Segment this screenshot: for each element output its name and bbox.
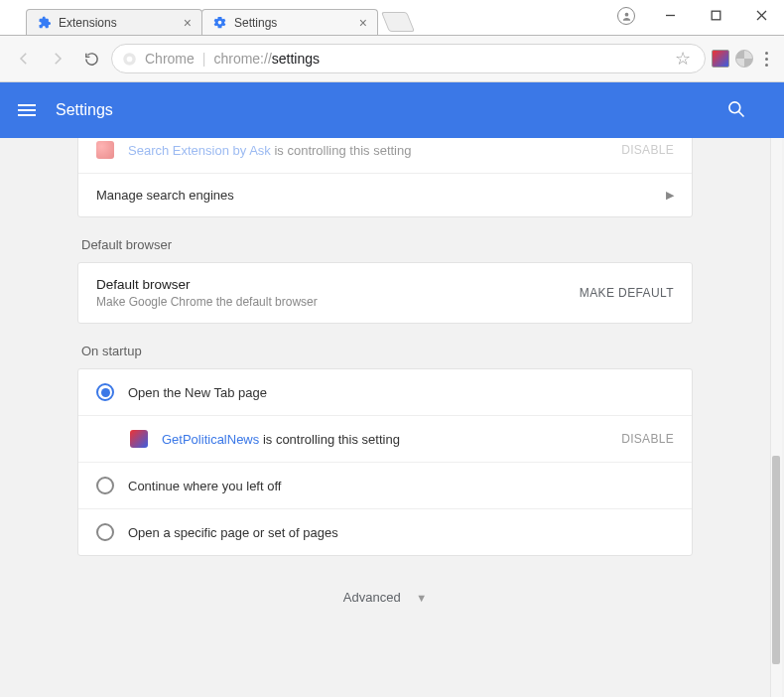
tab-settings[interactable]: Settings ×	[201, 9, 378, 35]
gear-icon	[212, 15, 227, 30]
row-sub: Make Google Chrome the default browser	[96, 295, 318, 309]
default-browser-row: Default browser Make Google Chrome the d…	[78, 263, 692, 323]
option-label: Open a specific page or set of pages	[128, 525, 338, 540]
radio-unselected[interactable]	[96, 477, 114, 494]
section-header-default-browser: Default browser	[81, 237, 693, 252]
back-button[interactable]	[10, 45, 38, 72]
close-tab-button[interactable]: ×	[184, 15, 192, 31]
svg-point-8	[127, 56, 133, 62]
startup-controlling-row: GetPoliticalNews is controlling this set…	[78, 415, 692, 462]
extension-action-disc-icon[interactable]	[735, 50, 753, 68]
chevron-down-icon: ▼	[416, 592, 427, 604]
settings-header: Settings	[0, 82, 784, 138]
default-browser-card: Default browser Make Google Chrome the d…	[77, 262, 693, 324]
disable-extension-button[interactable]: DISABLE	[621, 143, 674, 157]
address-bar[interactable]: Chrome | chrome://settings ☆	[111, 44, 706, 73]
startup-option-specific-pages[interactable]: Open a specific page or set of pages	[78, 508, 692, 555]
startup-option-continue[interactable]: Continue where you left off	[78, 462, 692, 508]
new-tab-button[interactable]	[381, 12, 415, 32]
controlling-suffix: is controlling this setting	[263, 432, 400, 447]
radio-unselected[interactable]	[96, 523, 114, 541]
controlling-suffix: is controlling this setting	[274, 143, 411, 158]
maximize-button[interactable]	[693, 0, 738, 30]
controlling-extension-link[interactable]: GetPoliticalNews	[162, 432, 259, 447]
extension-icon	[130, 430, 148, 448]
minimize-button[interactable]	[647, 0, 693, 30]
radio-selected[interactable]	[96, 383, 114, 401]
disable-extension-button[interactable]: DISABLE	[621, 432, 674, 446]
option-label: Open the New Tab page	[128, 385, 267, 400]
menu-button[interactable]	[18, 104, 36, 116]
close-tab-button[interactable]: ×	[359, 15, 367, 31]
omnibox-scheme-label: Chrome	[145, 51, 195, 67]
tab-label: Settings	[234, 16, 277, 30]
chrome-page-icon	[122, 52, 137, 67]
puzzle-icon	[37, 15, 52, 30]
toolbar: Chrome | chrome://settings ☆	[0, 36, 784, 82]
chrome-menu-button[interactable]	[759, 46, 774, 72]
row-title: Default browser	[96, 277, 318, 292]
reload-button[interactable]	[77, 45, 105, 72]
svg-line-10	[739, 111, 744, 116]
extension-action-icon[interactable]	[712, 50, 729, 68]
manage-search-engines-row[interactable]: Manage search engines ▶	[78, 173, 692, 216]
svg-rect-3	[712, 11, 720, 20]
tab-extensions[interactable]: Extensions ×	[26, 9, 202, 35]
svg-point-6	[624, 12, 628, 16]
bookmark-star-button[interactable]: ☆	[675, 48, 691, 70]
profile-avatar-button[interactable]	[617, 7, 635, 25]
startup-option-new-tab[interactable]: Open the New Tab page	[78, 369, 692, 415]
extension-icon	[96, 141, 114, 159]
row-label: Manage search engines	[96, 188, 234, 203]
search-settings-button[interactable]	[726, 99, 746, 122]
advanced-toggle[interactable]: Advanced ▼	[77, 590, 693, 605]
make-default-button[interactable]: MAKE DEFAULT	[580, 286, 674, 300]
omnibox-prefix: chrome://	[213, 51, 271, 67]
option-label: Continue where you left off	[128, 479, 281, 493]
forward-button[interactable]	[44, 45, 71, 72]
tab-label: Extensions	[59, 16, 117, 30]
window-controls	[647, 0, 784, 30]
scrollbar-thumb[interactable]	[772, 456, 780, 664]
search-engine-card: Search Extension by Ask is controlling t…	[77, 138, 693, 217]
search-controlling-row: Search Extension by Ask is controlling t…	[78, 138, 692, 173]
on-startup-card: Open the New Tab page GetPoliticalNews i…	[77, 368, 693, 556]
advanced-label: Advanced	[343, 590, 401, 605]
close-window-button[interactable]	[738, 0, 784, 30]
chevron-right-icon: ▶	[666, 189, 674, 202]
svg-point-9	[729, 101, 740, 112]
section-header-on-startup: On startup	[81, 344, 693, 358]
page-title: Settings	[56, 101, 113, 119]
omnibox-path: settings	[272, 51, 320, 67]
scrollbar-track[interactable]	[770, 138, 782, 697]
controlling-extension-link[interactable]: Search Extension by Ask	[128, 143, 271, 158]
